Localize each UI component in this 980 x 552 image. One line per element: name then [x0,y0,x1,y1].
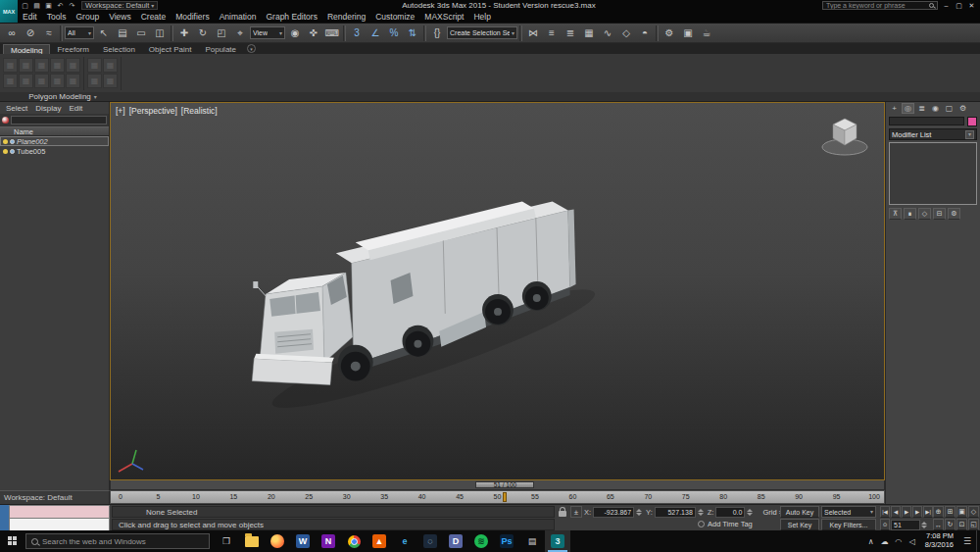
go-to-start-button[interactable]: |◀ [880,506,890,518]
selected-dropdown[interactable]: Selected ▾ [821,506,876,518]
curve-editor-icon[interactable]: ∿ [599,25,616,41]
taskbar-search[interactable] [25,533,210,549]
create-tab-icon[interactable]: + [888,103,901,114]
render-setup-icon[interactable]: ⚙ [661,25,678,41]
viewport-pov-menu[interactable]: [Perspective] [129,106,177,116]
angle-snap-icon[interactable]: ∠ [367,25,384,41]
frame-spinner[interactable] [921,522,927,528]
ribbon-tool-button[interactable]: ▦ [50,74,65,88]
display-tab-icon[interactable]: ▢ [943,103,956,114]
unlink-selection-icon[interactable]: ⊘ [22,25,39,41]
ribbon-tool-button[interactable]: ▦ [19,74,33,88]
object-name-field[interactable] [889,117,964,125]
rendered-frame-icon[interactable]: ▣ [679,25,697,41]
internet-explorer-icon[interactable]: e [392,530,417,552]
motion-tab-icon[interactable]: ◉ [929,103,942,114]
scene-object-row[interactable]: Plane002 [0,136,109,146]
bind-to-space-warp-icon[interactable]: ≈ [40,25,58,41]
close-button[interactable]: ✕ [965,1,978,10]
word-icon[interactable]: W [290,530,316,552]
selection-filter-dropdown[interactable]: All▾ [65,26,94,39]
pin-stack-icon[interactable]: ⊼ [889,208,902,220]
minimize-button[interactable]: – [940,1,953,10]
menu-graph-editors[interactable]: Graph Editors [261,12,321,22]
object-color-swatch[interactable] [967,117,977,126]
scene-explorer-menu-display[interactable]: Display [31,104,65,113]
x-spinner[interactable] [636,509,642,516]
pan-icon[interactable]: ↔ [933,519,944,530]
redo-icon[interactable]: ↷ [67,1,77,10]
modifier-stack[interactable] [889,142,977,205]
go-to-end-button[interactable]: ▶| [923,506,933,518]
select-and-place-icon[interactable]: ⌖ [231,25,249,41]
window-crossing-icon[interactable]: ◫ [151,25,169,41]
viewport-general-menu[interactable]: [+] [116,106,125,116]
ribbon-toggle-icon[interactable]: ▦ [580,25,598,41]
show-end-result-icon[interactable]: ∎ [904,208,916,220]
key-filters-button[interactable]: Key Filters... [821,519,876,530]
scene-object-row[interactable]: Tube005 [0,146,109,156]
new-scene-icon[interactable]: ▢ [20,1,30,10]
select-object-icon[interactable]: ↖ [95,25,113,41]
volume-icon[interactable]: ◁ [907,537,917,546]
modify-tab-icon[interactable]: ◎ [902,103,914,114]
edit-named-selection-sets-icon[interactable]: {} [428,25,446,41]
spinner-snap-icon[interactable]: ⇅ [404,25,421,41]
name-column-header[interactable]: Name [0,126,109,136]
ribbon-tool-button[interactable]: ▦ [3,58,18,73]
maximize-button[interactable]: ▢ [953,1,965,10]
visibility-bulb-icon[interactable] [3,139,8,144]
select-by-name-icon[interactable]: ▤ [114,25,131,41]
mini-listener-macro-row[interactable] [9,505,110,519]
3ds-max-icon[interactable]: 3 [545,530,570,552]
set-key-button[interactable]: Set Key [780,519,819,530]
ribbon-tab-populate[interactable]: Populate [198,44,243,54]
key-mode-toggle[interactable]: ⊙ [880,519,890,530]
zoom-icon[interactable]: ⊕ [933,506,944,518]
taskbar-search-input[interactable] [42,537,204,546]
previous-frame-button[interactable]: ◀ [891,506,901,518]
help-search-input[interactable] [826,2,927,9]
help-search-field[interactable] [822,1,938,10]
add-time-tag[interactable]: Add Time Tag [698,520,753,528]
ribbon-tool-button[interactable]: ▦ [66,74,80,88]
configure-modifier-sets-icon[interactable]: ⚙ [948,208,960,220]
truck-model[interactable] [111,103,884,479]
track-bar[interactable]: 0510152025303540455055606570758085909510… [110,490,885,504]
ribbon-tab-modeling[interactable]: Modeling [3,44,50,54]
menu-group[interactable]: Group [72,12,105,22]
modifier-list-dropdown[interactable]: Modifier List ▾ [889,128,977,140]
percent-snap-icon[interactable]: % [385,25,403,41]
make-unique-icon[interactable]: ◇ [918,208,931,220]
ribbon-tool-button[interactable]: ▦ [50,58,65,73]
menu-views[interactable]: Views [104,12,136,22]
x-coordinate-field[interactable]: -923.867 [593,507,634,518]
show-desktop-button[interactable] [976,530,980,552]
perspective-viewport[interactable]: [+] [Perspective] [Realistic] [110,102,885,480]
ribbon-tool-button[interactable]: ▦ [87,58,102,73]
ribbon-tool-button[interactable]: ▦ [19,58,33,73]
ribbon-tool-button[interactable]: ▦ [34,58,49,73]
menu-customize[interactable]: Customize [370,12,419,22]
hierarchy-tab-icon[interactable]: ≣ [915,103,928,114]
schematic-view-icon[interactable]: ◇ [617,25,635,41]
ribbon-tool-button[interactable]: ▦ [3,74,18,88]
taskbar-clock[interactable]: 7:08 PM 8/3/2016 [920,532,958,549]
polygon-modeling-panel-label[interactable]: Polygon Modeling ▾ [0,92,125,101]
keyboard-override-icon[interactable]: ⌨ [323,25,341,41]
onenote-icon[interactable]: N [316,530,341,552]
remove-modifier-icon[interactable]: ⊟ [933,208,946,220]
ribbon-tab-object-paint[interactable]: Object Paint [142,44,199,54]
align-icon[interactable]: ≡ [543,25,561,41]
chrome-icon[interactable] [341,530,367,552]
file-explorer-icon[interactable] [239,530,265,552]
scene-explorer-menu-select[interactable]: Select [2,104,31,113]
menu-help[interactable]: Help [468,12,495,22]
auto-key-button[interactable]: Auto Key [780,506,819,518]
zoom-extents-icon[interactable]: ▣ [956,506,967,518]
snaps-toggle-icon[interactable]: 3 [348,25,366,41]
mini-listener-gutter[interactable] [0,505,9,531]
mirror-icon[interactable]: ⋈ [524,25,542,41]
material-editor-icon[interactable]: ◓ [636,25,654,41]
menu-edit[interactable]: Edit [18,12,42,22]
